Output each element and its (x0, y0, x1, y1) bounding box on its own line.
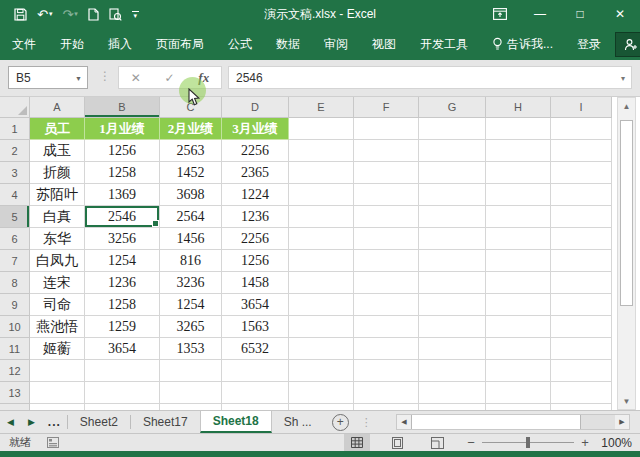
zoom-slider[interactable] (482, 442, 574, 443)
cell-B12[interactable] (85, 360, 160, 382)
cell-H2[interactable] (486, 140, 551, 162)
cell-B4[interactable]: 1369 (85, 184, 160, 206)
row-header-12[interactable]: 12 (0, 360, 30, 382)
cell-H7[interactable] (486, 250, 551, 272)
cell-I12[interactable] (551, 360, 612, 382)
new-file-icon[interactable] (88, 8, 99, 21)
cell-H10[interactable] (486, 316, 551, 338)
vertical-scrollbar[interactable]: ▲ ▼ (617, 97, 636, 410)
cell-F6[interactable] (354, 228, 419, 250)
cell-G3[interactable] (419, 162, 486, 184)
macro-record-icon[interactable] (47, 437, 59, 448)
cell-I7[interactable] (551, 250, 612, 272)
cell-E9[interactable] (289, 294, 354, 316)
cell-H5[interactable] (486, 206, 551, 228)
cell-F13[interactable] (354, 382, 419, 404)
cell-D3[interactable]: 2365 (222, 162, 289, 184)
row-header-3[interactable]: 3 (0, 162, 30, 184)
cell-F9[interactable] (354, 294, 419, 316)
cell-I10[interactable] (551, 316, 612, 338)
cell-F4[interactable] (354, 184, 419, 206)
cell-C13[interactable] (160, 382, 222, 404)
row-header-13[interactable]: 13 (0, 382, 30, 404)
column-header-H[interactable]: H (486, 97, 551, 118)
cell-H9[interactable] (486, 294, 551, 316)
column-header-I[interactable]: I (551, 97, 612, 118)
cell-G6[interactable] (419, 228, 486, 250)
cell-D11[interactable]: 6532 (222, 338, 289, 360)
cell-D6[interactable]: 2256 (222, 228, 289, 250)
zoom-out-button[interactable]: − (462, 435, 480, 450)
cell-G2[interactable] (419, 140, 486, 162)
cell-G13[interactable] (419, 382, 486, 404)
column-header-C[interactable]: C (160, 97, 222, 118)
row-header-4[interactable]: 4 (0, 184, 30, 206)
cell-I13[interactable] (551, 382, 612, 404)
page-break-preview-button[interactable] (424, 434, 450, 451)
cell-D12[interactable] (222, 360, 289, 382)
cell-E1[interactable] (289, 118, 354, 140)
cell-B6[interactable]: 3256 (85, 228, 160, 250)
cell-G4[interactable] (419, 184, 486, 206)
close-button[interactable]: ✕ (600, 0, 640, 28)
expand-formula-bar-icon[interactable]: ▾ (621, 74, 625, 83)
horizontal-scroll-thumb[interactable] (411, 415, 581, 429)
cell-H12[interactable] (486, 360, 551, 382)
sheet-tab-Sheet18[interactable]: Sheet18 (200, 411, 272, 433)
cell-E3[interactable] (289, 162, 354, 184)
cell-D4[interactable]: 1224 (222, 184, 289, 206)
ribbon-tab-开始[interactable]: 开始 (48, 28, 96, 60)
cell-D1[interactable]: 3月业绩 (222, 118, 289, 140)
sheet-tab-Sheet2[interactable]: Sheet2 (68, 411, 130, 433)
zoom-in-button[interactable]: + (576, 435, 594, 450)
cell-F8[interactable] (354, 272, 419, 294)
scroll-up-icon[interactable]: ▲ (618, 98, 635, 114)
save-icon[interactable] (14, 8, 27, 21)
row-header-11[interactable]: 11 (0, 338, 30, 360)
cell-C4[interactable]: 3698 (160, 184, 222, 206)
cell-G5[interactable] (419, 206, 486, 228)
sheet-tab-Sheet17[interactable]: Sheet17 (131, 411, 200, 433)
name-box[interactable]: B5 ▼ (8, 66, 88, 89)
cell-G11[interactable] (419, 338, 486, 360)
column-header-D[interactable]: D (222, 97, 289, 118)
scroll-left-icon[interactable]: ◀ (397, 415, 411, 429)
cell-H11[interactable] (486, 338, 551, 360)
scroll-down-icon[interactable]: ▼ (618, 393, 635, 409)
cell-A1[interactable]: 员工 (30, 118, 85, 140)
name-box-dropdown-icon[interactable]: ▼ (75, 75, 82, 82)
sheet-tab-Sh[interactable]: Sh ... (272, 411, 324, 433)
cell-C9[interactable]: 1254 (160, 294, 222, 316)
cell-G7[interactable] (419, 250, 486, 272)
cell-F2[interactable] (354, 140, 419, 162)
cell-C5[interactable]: 2564 (160, 206, 222, 228)
cell-H8[interactable] (486, 272, 551, 294)
row-header-10[interactable]: 10 (0, 316, 30, 338)
cell-A9[interactable]: 司命 (30, 294, 85, 316)
customize-qat-icon[interactable]: ▾ (132, 11, 139, 18)
column-header-B[interactable]: B (85, 97, 160, 118)
cell-H6[interactable] (486, 228, 551, 250)
cell-I8[interactable] (551, 272, 612, 294)
undo-icon[interactable]: ↶▾ (37, 7, 52, 22)
confirm-entry-icon[interactable]: ✓ (165, 71, 175, 85)
print-preview-icon[interactable] (109, 8, 122, 21)
cell-B11[interactable]: 3654 (85, 338, 160, 360)
cell-H13[interactable] (486, 382, 551, 404)
cell-I6[interactable] (551, 228, 612, 250)
cell-A13[interactable] (30, 382, 85, 404)
tab-share[interactable]: 共享 (613, 28, 640, 60)
cell-E5[interactable] (289, 206, 354, 228)
cell-C1[interactable]: 2月业绩 (160, 118, 222, 140)
sheet-nav-right-icon[interactable]: ▶ (21, 411, 42, 433)
cell-I9[interactable] (551, 294, 612, 316)
cell-G12[interactable] (419, 360, 486, 382)
column-header-F[interactable]: F (354, 97, 419, 118)
cell-F12[interactable] (354, 360, 419, 382)
ribbon-display-options-icon[interactable] (480, 0, 520, 28)
zoom-slider-thumb[interactable] (526, 437, 530, 448)
cancel-entry-icon[interactable]: ✕ (131, 71, 141, 85)
cell-D9[interactable]: 3654 (222, 294, 289, 316)
cell-A6[interactable]: 东华 (30, 228, 85, 250)
cell-E7[interactable] (289, 250, 354, 272)
